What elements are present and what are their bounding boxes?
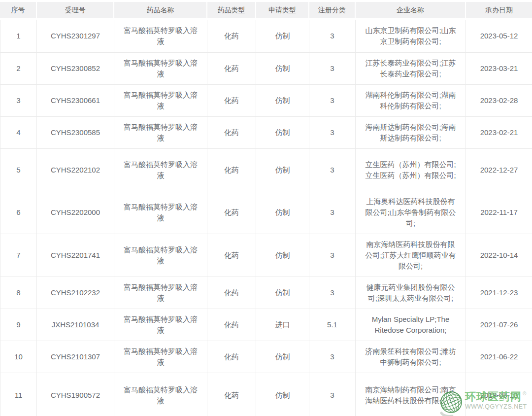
cell-serial-number: 4 xyxy=(0,117,37,149)
cell-application-type: 仿制 xyxy=(256,117,309,149)
cell-registration-class: 3 xyxy=(309,373,356,416)
cell-application-type: 仿制 xyxy=(256,277,309,309)
cell-drug-type: 化药 xyxy=(207,20,256,53)
column-header-drug-type: 药品类型 xyxy=(207,0,256,20)
column-header-serial-number: 序号 xyxy=(0,0,37,20)
cell-serial-number: 7 xyxy=(0,234,37,277)
cell-serial-number: 3 xyxy=(0,85,37,117)
cell-company-name: 济南景笙科技有限公司;潍坊中狮制药有限公司; xyxy=(356,341,466,373)
cell-application-type: 仿制 xyxy=(256,85,309,117)
cell-company-name: 海南斯达制药有限公司;海南斯达制药有限公司; xyxy=(356,117,466,149)
cell-drug-type: 化药 xyxy=(207,85,256,117)
table-row: 8 CYHS2102232 富马酸福莫特罗吸入溶液 化药 仿制 3 健康元药业集… xyxy=(0,277,532,309)
cell-serial-number: 2 xyxy=(0,53,37,85)
table-row: 1 CYHS2301297 富马酸福莫特罗吸入溶液 化药 仿制 3 山东京卫制药… xyxy=(0,20,532,53)
table-row: 9 JXHS2101034 富马酸福莫特罗吸入溶液 化药 进口 5.1 Myla… xyxy=(0,309,532,341)
cell-application-type: 仿制 xyxy=(256,341,309,373)
cell-company-name: 南京海纳医药科技股份有限公司;江苏大红鹰恒顺药业有限公司; xyxy=(356,234,466,277)
column-header-drug-name: 药品名称 xyxy=(114,0,207,20)
cell-handling-date: 2023-03-21 xyxy=(466,53,532,85)
cell-handling-date: 2022-12-27 xyxy=(466,149,532,191)
cell-acceptance-number: CYHS2300585 xyxy=(37,117,114,149)
cell-drug-type: 化药 xyxy=(207,234,256,277)
cell-drug-name: 富马酸福莫特罗吸入溶液 xyxy=(114,117,207,149)
cell-company-name: 立生医药（苏州）有限公司;立生医药（苏州）有限公司; xyxy=(356,149,466,191)
cell-application-type: 仿制 xyxy=(256,234,309,277)
cell-acceptance-number: CYHS2201741 xyxy=(37,234,114,277)
cell-acceptance-number: CYHS2300661 xyxy=(37,85,114,117)
cell-serial-number: 10 xyxy=(0,341,37,373)
cell-acceptance-number: CYHS2202000 xyxy=(37,191,114,234)
table-row: 11 CYHS1900572 富马酸福莫特罗吸入溶液 化药 仿制 3 南京海纳制… xyxy=(0,373,532,416)
cell-handling-date: 2022-10-14 xyxy=(466,234,532,277)
column-header-handling-date: 承办日期 xyxy=(466,0,532,20)
cell-drug-name: 富马酸福莫特罗吸入溶液 xyxy=(114,149,207,191)
cell-drug-name: 富马酸福莫特罗吸入溶液 xyxy=(114,309,207,341)
cell-drug-type: 化药 xyxy=(207,373,256,416)
table-row: 4 CYHS2300585 富马酸福莫特罗吸入溶液 化药 仿制 3 海南斯达制药… xyxy=(0,117,532,149)
cell-acceptance-number: CYHS2102232 xyxy=(37,277,114,309)
cell-registration-class: 3 xyxy=(309,191,356,234)
table-row: 2 CYHS2300852 富马酸福莫特罗吸入溶液 化药 仿制 3 江苏长泰药业… xyxy=(0,53,532,85)
cell-registration-class: 5.1 xyxy=(309,309,356,341)
cell-registration-class: 3 xyxy=(309,149,356,191)
column-header-company-name: 企业名称 xyxy=(356,0,466,20)
column-header-registration-class: 注册分类 xyxy=(309,0,356,20)
cell-acceptance-number: CYHS2202102 xyxy=(37,149,114,191)
cell-drug-type: 化药 xyxy=(207,309,256,341)
cell-drug-name: 富马酸福莫特罗吸入溶液 xyxy=(114,85,207,117)
cell-handling-date: 2021-12-23 xyxy=(466,277,532,309)
cell-company-name: 江苏长泰药业有限公司;江苏长泰药业有限公司; xyxy=(356,53,466,85)
cell-acceptance-number: CYHS2101307 xyxy=(37,341,114,373)
cell-registration-class: 3 xyxy=(309,277,356,309)
cell-registration-class: 3 xyxy=(309,341,356,373)
cell-company-name: 健康元药业集团股份有限公司;深圳太太药业有限公司; xyxy=(356,277,466,309)
cell-application-type: 仿制 xyxy=(256,20,309,53)
cell-application-type: 仿制 xyxy=(256,191,309,234)
cell-registration-class: 3 xyxy=(309,117,356,149)
cell-drug-name: 富马酸福莫特罗吸入溶液 xyxy=(114,277,207,309)
column-header-application-type: 申请类型 xyxy=(256,0,309,20)
cell-company-name: 山东京卫制药有限公司;山东京卫制药有限公司; xyxy=(356,20,466,53)
cell-company-name: Mylan Specialty LP;The Ritedose Corporat… xyxy=(356,309,466,341)
cell-drug-name: 富马酸福莫特罗吸入溶液 xyxy=(114,341,207,373)
table-row: 6 CYHS2202000 富马酸福莫特罗吸入溶液 化药 仿制 3 上海奥科达医… xyxy=(0,191,532,234)
cell-serial-number: 8 xyxy=(0,277,37,309)
cell-handling-date: 2023-05-12 xyxy=(466,20,532,53)
cell-drug-name: 富马酸福莫特罗吸入溶液 xyxy=(114,53,207,85)
cell-serial-number: 6 xyxy=(0,191,37,234)
cell-drug-name: 富马酸福莫特罗吸入溶液 xyxy=(114,20,207,53)
cell-drug-name: 富马酸福莫特罗吸入溶液 xyxy=(114,234,207,277)
cell-application-type: 进口 xyxy=(256,309,309,341)
cell-acceptance-number: CYHS1900572 xyxy=(37,373,114,416)
cell-handling-date: 2019-08-13 xyxy=(466,373,532,416)
cell-drug-type: 化药 xyxy=(207,149,256,191)
cell-registration-class: 3 xyxy=(309,234,356,277)
cell-handling-date: 2021-07-26 xyxy=(466,309,532,341)
cell-acceptance-number: JXHS2101034 xyxy=(37,309,114,341)
cell-drug-type: 化药 xyxy=(207,53,256,85)
cell-application-type: 仿制 xyxy=(256,373,309,416)
cell-serial-number: 9 xyxy=(0,309,37,341)
cell-registration-class: 3 xyxy=(309,53,356,85)
cell-registration-class: 3 xyxy=(309,20,356,53)
cell-application-type: 仿制 xyxy=(256,53,309,85)
cell-serial-number: 11 xyxy=(0,373,37,416)
cell-handling-date: 2023-02-28 xyxy=(466,85,532,117)
cell-handling-date: 2021-06-22 xyxy=(466,341,532,373)
cell-drug-type: 化药 xyxy=(207,117,256,149)
cell-company-name: 南京海纳制药有限公司;南京海纳医药科技股份有限公司; xyxy=(356,373,466,416)
table-header-row: 序号 受理号 药品名称 药品类型 申请类型 注册分类 企业名称 承办日期 xyxy=(0,0,532,20)
cell-registration-class: 3 xyxy=(309,85,356,117)
table-row: 10 CYHS2101307 富马酸福莫特罗吸入溶液 化药 仿制 3 济南景笙科… xyxy=(0,341,532,373)
column-header-acceptance-number: 受理号 xyxy=(37,0,114,20)
drug-registration-table: 序号 受理号 药品名称 药品类型 申请类型 注册分类 企业名称 承办日期 1 C… xyxy=(0,0,532,416)
cell-drug-name: 富马酸福莫特罗吸入溶液 xyxy=(114,191,207,234)
cell-drug-name: 富马酸福莫特罗吸入溶液 xyxy=(114,373,207,416)
cell-acceptance-number: CYHS2300852 xyxy=(37,53,114,85)
cell-drug-type: 化药 xyxy=(207,191,256,234)
cell-acceptance-number: CYHS2301297 xyxy=(37,20,114,53)
table-row: 5 CYHS2202102 富马酸福莫特罗吸入溶液 化药 仿制 3 立生医药（苏… xyxy=(0,149,532,191)
cell-handling-date: 2022-11-17 xyxy=(466,191,532,234)
table-body: 1 CYHS2301297 富马酸福莫特罗吸入溶液 化药 仿制 3 山东京卫制药… xyxy=(0,20,532,416)
